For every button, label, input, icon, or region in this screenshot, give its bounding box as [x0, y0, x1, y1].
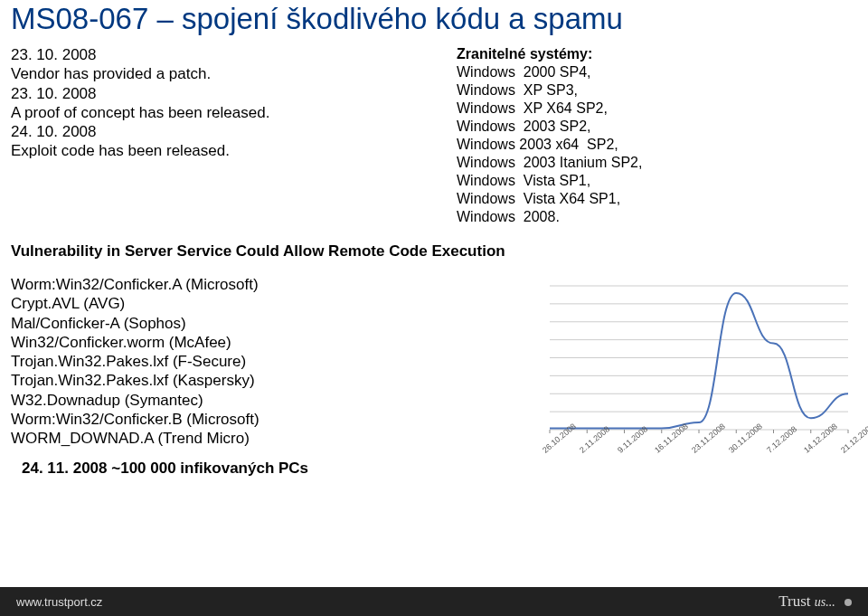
timeline-date: 23. 10. 2008 — [11, 85, 97, 102]
systems-item: Windows 2000 SP4, — [457, 63, 857, 81]
worm-name: Win32/Conficker.worm (McAfee) — [11, 333, 523, 352]
systems-item: Windows 2003 Itanium SP2, — [457, 154, 857, 172]
timeline-date: 24. 10. 2008 — [11, 123, 97, 140]
systems-item: Windows XP X64 SP2, — [457, 100, 857, 118]
timeline-item: 23. 10. 2008 Vendor has provided a patch… — [11, 45, 411, 84]
systems-item: Windows 2003 SP2, — [457, 118, 857, 136]
worm-names-col: Worm:Win32/Conficker.A (Microsoft) Crypt… — [11, 275, 523, 479]
worm-name: Mal/Conficker-A (Sophos) — [11, 314, 523, 333]
chart-area: 26.10.20082.11.20089.11.200816.11.200823… — [523, 275, 857, 461]
worm-name: Crypt.AVL (AVG) — [11, 294, 523, 313]
timeline-item: 23. 10. 2008 A proof of concept has been… — [11, 84, 411, 123]
worm-name: Trojan.Win32.Pakes.lxf (F-Secure) — [11, 352, 523, 371]
footer: www.trustport.cz Trust us... — [0, 587, 868, 616]
footer-dot-icon — [844, 599, 852, 606]
worm-name: W32.Downadup (Symantec) — [11, 391, 523, 410]
timeline-text: A proof of concept has been released. — [11, 104, 269, 121]
footer-url: www.trustport.cz — [16, 595, 102, 609]
timeline-col: 23. 10. 2008 Vendor has provided a patch… — [11, 45, 429, 226]
systems-item: Windows XP SP3, — [457, 81, 857, 100]
systems-heading: Zranitelné systémy: — [457, 45, 857, 63]
footer-brand: Trust us... — [778, 592, 852, 611]
worm-name: WORM_DOWNAD.A (Trend Micro) — [11, 429, 523, 448]
footer-brand-suffix: us... — [815, 595, 835, 609]
footer-brand-main: Trust — [778, 592, 810, 610]
worm-name: Worm:Win32/Conficker.A (Microsoft) — [11, 275, 523, 294]
vulnerability-line: Vulnerability in Server Service Could Al… — [0, 226, 868, 275]
page-title: MS08-067 – spojení škodlivého kódu a spa… — [0, 0, 868, 45]
line-chart: 26.10.20082.11.20089.11.200816.11.200823… — [532, 280, 857, 461]
systems-item: Windows 2003 x64 SP2, — [457, 136, 857, 154]
bottom-row: Worm:Win32/Conficker.A (Microsoft) Crypt… — [0, 275, 868, 479]
systems-item: Windows Vista SP1, — [457, 172, 857, 190]
systems-col: Zranitelné systémy: Windows 2000 SP4, Wi… — [429, 45, 857, 226]
worm-name: Worm:Win32/Conficker.B (Microsoft) — [11, 410, 523, 429]
worm-name: Trojan.Win32.Pakes.lxf (Kaspersky) — [11, 371, 523, 390]
top-row: 23. 10. 2008 Vendor has provided a patch… — [0, 45, 868, 226]
timeline-item: 24. 10. 2008 Exploit code has been relea… — [11, 122, 411, 161]
timeline-date: 23. 10. 2008 — [11, 46, 97, 63]
systems-item: Windows Vista X64 SP1, — [457, 190, 857, 208]
timeline-text: Exploit code has been released. — [11, 142, 230, 159]
infected-count: 24. 11. 2008 ~100 000 infikovaných PCs — [11, 448, 523, 478]
slide: MS08-067 – spojení škodlivého kódu a spa… — [0, 0, 868, 616]
systems-item: Windows 2008. — [457, 208, 857, 226]
timeline-text: Vendor has provided a patch. — [11, 65, 211, 82]
